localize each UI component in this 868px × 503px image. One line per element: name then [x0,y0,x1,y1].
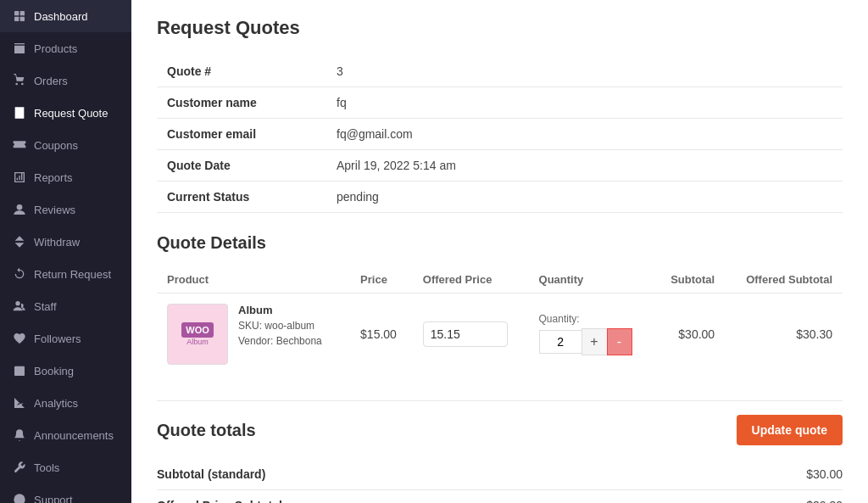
quote-totals-section: Quote totals Update quote Subtotal (stan… [157,400,843,503]
quote-number-label: Quote # [157,56,326,87]
quantity-control: Quantity: + - [539,313,644,355]
page-title: Request Quotes [157,17,843,39]
quantity-cell: Quantity: + - [529,293,654,376]
followers-icon [12,331,27,346]
vendor-value: Bechbona [276,335,322,347]
svg-rect-3 [20,17,25,21]
sidebar-item-dashboard[interactable]: Dashboard [0,0,131,32]
sidebar-item-orders[interactable]: Orders [0,64,131,97]
sidebar-item-label: Tools [34,461,59,474]
svg-rect-0 [14,11,19,15]
customer-email-value: fq@gmail.com [326,119,843,150]
sidebar: Dashboard Products Orders Request Quote … [0,0,131,503]
sidebar-item-label: Announcements [34,429,114,442]
col-quantity: Quantity [529,266,654,293]
sidebar-item-reports[interactable]: Reports [0,161,131,193]
sidebar-item-label: Staff [34,300,57,313]
sidebar-item-support[interactable]: Support [0,483,131,503]
sidebar-item-booking[interactable]: Booking [0,355,131,387]
quantity-plus-button[interactable]: + [581,328,607,355]
quantity-label: Quantity: [539,313,644,325]
product-meta: SKU: woo-album Vendor: Bechbona [238,318,322,349]
customer-name-label: Customer name [157,87,326,119]
sidebar-item-products[interactable]: Products [0,32,131,64]
sidebar-item-staff[interactable]: Staff [0,290,131,322]
quote-totals-header: Quote totals Update quote [157,415,843,445]
support-icon [12,492,27,503]
announcements-icon [12,428,27,443]
sidebar-item-followers[interactable]: Followers [0,322,131,355]
main-content: Request Quotes Quote # 3 Customer name f… [131,0,868,503]
sidebar-item-label: Request Quote [34,107,108,120]
sidebar-item-label: Coupons [34,139,78,152]
quote-number-row: Quote # 3 [157,56,843,87]
sidebar-item-label: Products [34,42,77,55]
reviews-icon [12,202,27,217]
sidebar-item-withdraw[interactable]: Withdraw [0,226,131,258]
offered-price-input[interactable] [423,321,508,347]
request-quote-icon [12,105,27,120]
sidebar-item-label: Analytics [34,397,78,410]
product-cell: WOO Album Album SKU: woo-album Vendor: B… [157,293,350,376]
quote-details-title: Quote Details [157,233,843,253]
vendor-label: Vendor: [238,335,273,347]
sidebar-item-request-quote[interactable]: Request Quote [0,97,131,129]
quantity-input[interactable] [539,330,581,354]
sidebar-item-reviews[interactable]: Reviews [0,193,131,226]
offered-price-cell [413,293,529,376]
orders-icon [12,73,27,88]
svg-rect-1 [20,11,25,15]
product-image: WOO Album [167,304,228,365]
customer-name-value: fq [326,87,843,119]
quote-date-label: Quote Date [157,150,326,182]
col-subtotal: Subtotal [654,266,725,293]
current-status-label: Current Status [157,182,326,213]
products-icon [12,41,27,56]
customer-email-label: Customer email [157,119,326,150]
sku-value: woo-album [264,320,314,332]
customer-email-row: Customer email fq@gmail.com [157,119,843,150]
col-product: Product [157,266,350,293]
sidebar-item-analytics[interactable]: Analytics [0,387,131,419]
subtotal-label: Subtotal (standard) [157,467,265,481]
subtotal-row: Subtotal (standard) $30.00 [157,459,843,490]
quote-date-value: April 19, 2022 5:14 am [326,150,843,182]
sidebar-item-label: Withdraw [34,236,80,249]
svg-rect-2 [14,17,19,21]
col-offered-subtotal: Offered Subtotal [725,266,843,293]
quote-number-value: 3 [326,56,843,87]
analytics-icon [12,395,27,411]
sidebar-item-return-request[interactable]: Return Request [0,258,131,290]
svg-point-4 [17,204,23,210]
quote-details-header: Product Price Offered Price Quantity Sub… [157,266,843,293]
product-info: Album SKU: woo-album Vendor: Bechbona [238,304,322,349]
sidebar-item-label: Booking [34,365,74,377]
sidebar-item-label: Followers [34,333,81,345]
coupons-icon [12,137,27,153]
sidebar-item-label: Orders [34,75,68,87]
sku-label: SKU: [238,320,262,332]
quantity-minus-button[interactable]: - [607,328,632,355]
sidebar-item-coupons[interactable]: Coupons [0,129,131,161]
current-status-row: Current Status pending [157,182,843,213]
svg-point-5 [15,301,19,305]
product-name: Album [238,304,322,316]
offered-price-subtotal-label: Offered Price Subtotal [157,499,282,503]
subtotal-cell: $30.00 [654,293,725,376]
offered-subtotal-row: Offered Price Subtotal $30.30 [157,490,843,503]
dashboard-icon [12,8,27,24]
withdraw-icon [12,234,27,249]
quote-totals-title: Quote totals [157,421,256,440]
table-row: WOO Album Album SKU: woo-album Vendor: B… [157,293,843,376]
sidebar-item-announcements[interactable]: Announcements [0,419,131,451]
return-request-icon [12,266,27,282]
tools-icon [12,460,27,475]
col-offered-price: Offered Price [413,266,529,293]
sidebar-item-label: Reviews [34,204,75,216]
update-quote-button[interactable]: Update quote [737,415,843,445]
staff-icon [12,299,27,314]
sidebar-item-tools[interactable]: Tools [0,451,131,483]
sidebar-item-label: Dashboard [34,10,88,23]
sidebar-item-label: Return Request [34,268,111,281]
woo-badge: WOO [181,322,214,338]
